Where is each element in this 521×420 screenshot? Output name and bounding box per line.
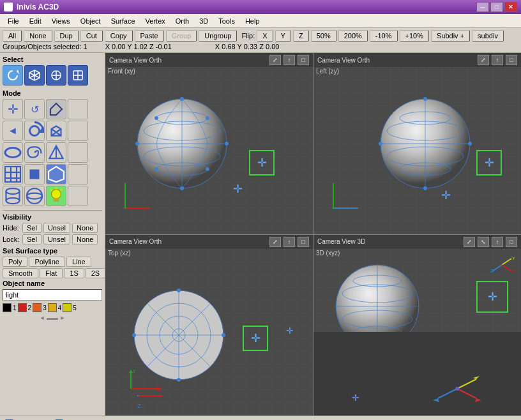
select-rotate-icon[interactable]	[3, 65, 23, 86]
color-num-3[interactable]: 3	[43, 304, 47, 311]
viewport-left-grid[interactable]: Left (zy)	[313, 67, 521, 234]
viewport-front[interactable]: Camera View Orth ⤢ ↑ □ Front (xy)	[105, 53, 313, 234]
color-orange[interactable]	[33, 303, 42, 312]
minimize-button[interactable]: ─	[476, 2, 489, 12]
subdiv-button[interactable]: Subdiv +	[431, 30, 470, 41]
vp-left-max[interactable]: □	[506, 55, 517, 65]
menu-object[interactable]: Object	[75, 16, 106, 26]
paste-button[interactable]: Paste	[135, 30, 164, 41]
vp-front-arrows[interactable]: ⤢	[269, 55, 281, 65]
color-num-5[interactable]: 5	[73, 304, 77, 311]
hide-unsel-button[interactable]: Unsel	[43, 223, 70, 233]
mode-scale[interactable]	[46, 99, 66, 119]
vp-top-arrows[interactable]: ⤢	[269, 237, 281, 247]
menu-3d[interactable]: 3D	[194, 16, 213, 26]
object-name-input[interactable]	[3, 289, 102, 301]
copy-button[interactable]: Copy	[105, 30, 133, 41]
menu-surface[interactable]: Surface	[106, 16, 140, 26]
zoom50-button[interactable]: 50%	[311, 30, 336, 41]
select-obj-icon[interactable]	[46, 65, 66, 86]
mode-extrude[interactable]	[46, 121, 66, 141]
mode-move[interactable]: ✛	[3, 99, 23, 119]
color-gold[interactable]	[63, 303, 72, 312]
ungroup-button[interactable]: Ungroup	[199, 30, 237, 41]
menu-tools[interactable]: Tools	[213, 16, 240, 26]
mode-spin[interactable]	[24, 121, 45, 141]
line-button[interactable]: Line	[66, 257, 91, 267]
dup-button[interactable]: Dup	[54, 30, 79, 41]
2s-button[interactable]: 2S	[86, 268, 105, 278]
menu-vertex[interactable]: Vertex	[140, 16, 170, 26]
vp-top-up[interactable]: ↑	[283, 237, 295, 247]
zoom200-button[interactable]: 200%	[338, 30, 368, 41]
1s-button[interactable]: 1S	[64, 268, 84, 278]
vp-3d-max[interactable]: □	[506, 237, 517, 247]
viewport-front-grid[interactable]: Front (xy)	[105, 67, 313, 234]
svg-text:Y: Y	[132, 370, 136, 374]
flip-x-button[interactable]: X	[257, 30, 273, 41]
viewport-3d[interactable]: Camera View 3D ⤢ ⤡ ↑ □ 3D (xyz)	[313, 235, 521, 416]
color-yellow[interactable]	[48, 303, 57, 312]
mode-grid[interactable]	[3, 164, 23, 184]
lock-sel-button[interactable]: Sel	[22, 234, 42, 244]
mode-cube3d[interactable]	[24, 164, 45, 184]
viewport-top-grid[interactable]: Top (xz) Z	[105, 249, 313, 416]
color-num-4[interactable]: 4	[58, 304, 62, 311]
menu-views[interactable]: Views	[47, 16, 75, 26]
viewport-3d-grid[interactable]: 3D (xyz) Y X Z	[313, 249, 521, 416]
mode-empty20	[68, 186, 88, 206]
color-black[interactable]	[3, 303, 11, 312]
vp-3d-up[interactable]: ↑	[492, 237, 503, 247]
group-button[interactable]: Group	[166, 30, 197, 41]
lock-unsel-button[interactable]: Unsel	[43, 234, 70, 244]
menu-file[interactable]: File	[3, 16, 24, 26]
select-wire-icon[interactable]	[68, 65, 88, 86]
flip-y-button[interactable]: Y	[275, 30, 291, 41]
none-button[interactable]: None	[24, 30, 52, 41]
mode-spiral[interactable]	[24, 142, 45, 163]
mode-prism[interactable]	[46, 142, 66, 163]
hide-none-button[interactable]: None	[72, 223, 98, 233]
mode-ellipse[interactable]	[3, 142, 23, 163]
all-button[interactable]: All	[3, 30, 22, 41]
cut-button[interactable]: Cut	[80, 30, 103, 41]
vp-left-arrows[interactable]: ⤢	[478, 55, 489, 65]
polyline-button[interactable]: Polyline	[29, 257, 65, 267]
hide-sel-button[interactable]: Sel	[22, 223, 42, 233]
zoom-minus-button[interactable]: -10%	[370, 30, 398, 41]
color-red[interactable]	[18, 303, 27, 312]
poly-button[interactable]: Poly	[3, 257, 27, 267]
mode-box[interactable]	[46, 164, 66, 184]
smooth-button[interactable]: Smooth	[3, 268, 38, 278]
vp-top-max[interactable]: □	[298, 237, 309, 247]
viewport-left[interactable]: Camera View Orth ⤢ ↑ □ Left (zy)	[313, 53, 521, 234]
mode-arrow[interactable]: ◄	[3, 121, 23, 141]
groups-info: Groups/Objects selected: 1	[3, 43, 87, 50]
flat-button[interactable]: Flat	[40, 268, 63, 278]
lock-none-button[interactable]: None	[72, 234, 98, 244]
color-num-2[interactable]: 2	[28, 304, 32, 311]
subdiv2-button[interactable]: subdiv	[472, 30, 504, 41]
mode-sphere2[interactable]	[24, 186, 45, 206]
close-button[interactable]: ✕	[504, 2, 517, 12]
mode-rotate[interactable]: ↺	[24, 99, 45, 119]
viewport-area: Camera View Orth ⤢ ↑ □ Front (xy)	[105, 53, 521, 416]
viewport-top[interactable]: Camera View Orth ⤢ ↑ □ Top (xz) Z	[105, 235, 313, 416]
menu-orth[interactable]: Orth	[170, 16, 194, 26]
vp-front-up[interactable]: ↑	[283, 55, 295, 65]
vp-3d-arrows2[interactable]: ⤡	[478, 237, 489, 247]
zoom-plus-button[interactable]: +10%	[400, 30, 429, 41]
flip-z-button[interactable]: Z	[293, 30, 309, 41]
menu-edit[interactable]: Edit	[24, 16, 47, 26]
mode-cylinder[interactable]	[3, 186, 23, 206]
svg-rect-20	[5, 167, 20, 182]
color-num-1[interactable]: 1	[13, 304, 17, 311]
mode-light[interactable]	[46, 186, 66, 206]
vp-front-max[interactable]: □	[298, 55, 309, 65]
menu-help[interactable]: Help	[240, 16, 265, 26]
viewport-3d-bottom: ✛	[313, 332, 521, 416]
maximize-button[interactable]: □	[490, 2, 503, 12]
vp-left-up[interactable]: ↑	[492, 55, 503, 65]
select-cube-icon[interactable]	[24, 65, 45, 86]
vp-3d-arrows[interactable]: ⤢	[464, 237, 475, 247]
